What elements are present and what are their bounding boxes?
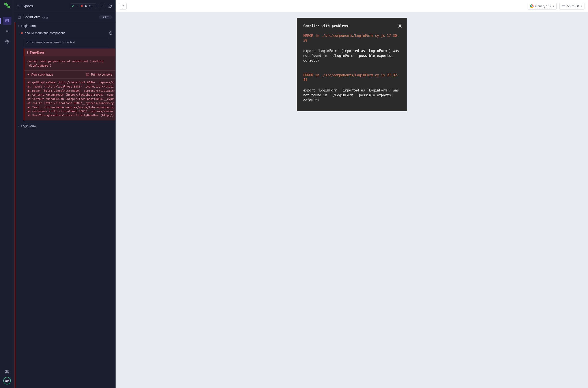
close-overlay-button[interactable]: X [398, 23, 402, 29]
stack-line: at <unknown> (http://localhost:8080/__cy… [27, 109, 115, 114]
reporter-header: Specs ✔ -- ✖ 6 -- [14, 0, 115, 12]
rerun-button[interactable] [107, 3, 113, 9]
command-icon [5, 369, 9, 374]
stack-line: at callFn (http://localhost:8080/__cypre… [27, 101, 115, 105]
chrome-icon [530, 4, 534, 8]
overlay-title: Compiled with problems: [303, 24, 400, 29]
chevron-down-icon: ▾ [581, 5, 582, 7]
viewport-selector[interactable]: 500x500 ▾ [559, 3, 585, 10]
list-check-icon [5, 29, 9, 33]
compile-error-overlay: X Compiled with problems: ERROR in ./src… [297, 18, 407, 111]
stack-line: at getDisplayName (http://localhost:8080… [27, 80, 115, 85]
pending-icon [89, 5, 92, 7]
suite-name: LoginForm [21, 124, 36, 128]
bang-icon: ! [27, 51, 28, 54]
svg-rect-12 [86, 73, 89, 76]
code-icon [5, 19, 9, 23]
stack-line: at mount (http://localhost:8080/__cypres… [27, 89, 115, 93]
chevron-right-icon: ▸ [18, 124, 19, 127]
aut-toolbar: Canary 102 ▾ 500x500 ▾ [116, 0, 588, 12]
test-status-pill: ✔ -- ✖ 6 -- [70, 3, 96, 9]
gear-icon [5, 40, 9, 44]
nav-settings[interactable] [3, 38, 11, 46]
chevron-down-icon: ▾ [553, 5, 554, 7]
print-to-console[interactable]: Print to console [86, 73, 112, 76]
svg-point-11 [111, 34, 111, 34]
browser-label: Canary 102 [535, 4, 551, 8]
error-message: Cannot read properties of undefined (rea… [24, 56, 115, 71]
print-console-label: Print to console [91, 73, 112, 76]
suite-row-closed[interactable]: ▸ LoginForm [15, 122, 115, 130]
file-icon [18, 15, 21, 19]
overlay-error-head: ERROR in ./src/components/LoginForm.cy.j… [303, 73, 400, 83]
reporter-title: Specs [23, 4, 33, 8]
error-header: ! TypeError [24, 48, 115, 56]
terminal-icon [86, 73, 89, 76]
spec-duration: 149ms [99, 15, 112, 19]
stack-line: at _mount (http://localhost:8080/__cypre… [27, 85, 115, 89]
spec-extension: .cy.js [41, 15, 49, 19]
stack-trace: at getDisplayName (http://localhost:8080… [24, 79, 115, 120]
chevron-down-icon: ▾ [27, 73, 29, 76]
stack-line: at Test.../driver/node_modules/mocha/lib… [27, 105, 115, 110]
stack-line: at PassThroughHandlerContext.finallyHand… [27, 114, 115, 118]
aut-panel: Canary 102 ▾ 500x500 ▾ X Compiled with p… [116, 0, 588, 388]
pending-count: -- [92, 4, 94, 8]
cypress-badge[interactable]: cy [3, 377, 11, 385]
suite-row-open[interactable]: ▾ LoginForm [15, 22, 115, 29]
overlay-error-head: ERROR in ./src/components/LoginForm.cy.j… [303, 33, 400, 43]
pass-count: -- [76, 4, 78, 8]
spec-name: LoginForm [23, 15, 40, 19]
view-stack-label: View stack trace [31, 73, 53, 76]
crosshair-icon [121, 4, 125, 8]
browser-selector[interactable]: Canary 102 ▾ [528, 3, 557, 10]
reporter-panel: Specs ✔ -- ✖ 6 -- LoginForm .cy.js 149ms… [14, 0, 116, 388]
overlay-error-body: export 'LoginForm' (imported as 'LoginFo… [303, 49, 400, 63]
toggle-stack-trace[interactable]: ▾ View stack trace [27, 73, 53, 76]
nav-specs[interactable] [3, 17, 11, 25]
stack-line: at Context.runnable.fn (http://localhost… [27, 97, 115, 101]
suite-name: LoginForm [21, 24, 36, 27]
overlay-error-body: export 'LoginForm' (imported as 'LoginFo… [303, 88, 400, 102]
error-actions: ▾ View stack trace Print to console [24, 71, 115, 79]
options-dropdown[interactable] [99, 3, 105, 9]
test-row[interactable]: ✕ should mount the component [15, 29, 115, 37]
app-logo [4, 3, 10, 8]
aut-viewport: X Compiled with problems: ERROR in ./src… [116, 12, 588, 388]
chevron-down-icon: ▾ [18, 24, 19, 27]
keyboard-shortcuts[interactable] [5, 369, 9, 374]
selector-playground-button[interactable] [119, 3, 127, 10]
svg-point-14 [122, 5, 124, 7]
viewport-label: 500x500 [567, 4, 579, 8]
test-title: should mount the component [25, 31, 65, 35]
chevron-down-icon [101, 5, 103, 7]
svg-point-3 [6, 41, 7, 43]
ruler-icon [562, 4, 565, 8]
error-block: ! TypeError Cannot read properties of un… [24, 48, 115, 120]
error-type: TypeError [30, 51, 44, 54]
refresh-icon [108, 4, 112, 8]
svg-point-4 [89, 5, 91, 7]
pending-group: -- [89, 4, 94, 8]
fail-count: 6 [85, 4, 87, 8]
stack-line: at Context.<anonymous> (http://localhost… [27, 93, 115, 97]
nav-runs[interactable] [3, 27, 11, 35]
pass-icon: ✔ [72, 4, 74, 8]
warning-icon [109, 31, 113, 35]
no-commands-message: No commands were issued in this test. [24, 38, 109, 46]
fail-icon: ✕ [21, 31, 23, 35]
nav-rail: cy [0, 0, 14, 388]
breadcrumb-icon [17, 4, 20, 8]
spec-file-header: LoginForm .cy.js 149ms [14, 12, 115, 22]
fail-icon: ✖ [80, 4, 83, 8]
test-body: ▾ LoginForm ✕ should mount the component… [15, 22, 115, 388]
